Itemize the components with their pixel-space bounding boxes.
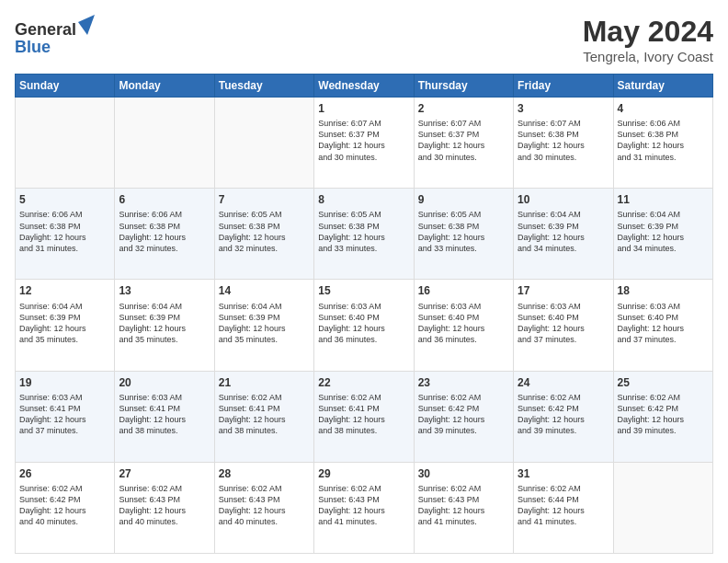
calendar-cell: 15Sunrise: 6:03 AM Sunset: 6:40 PM Dayli… (314, 280, 414, 371)
day-number: 1 (318, 101, 409, 116)
logo: General Blue (15, 15, 95, 57)
calendar-cell: 1Sunrise: 6:07 AM Sunset: 6:37 PM Daylig… (314, 98, 414, 189)
weekday-header-friday: Friday (514, 75, 613, 98)
day-info: Sunrise: 6:06 AM Sunset: 6:38 PM Dayligh… (618, 118, 709, 163)
day-number: 14 (219, 283, 310, 298)
day-info: Sunrise: 6:04 AM Sunset: 6:39 PM Dayligh… (119, 301, 210, 346)
day-info: Sunrise: 6:05 AM Sunset: 6:38 PM Dayligh… (418, 209, 509, 254)
day-number: 25 (618, 375, 709, 390)
weekday-header-tuesday: Tuesday (214, 75, 313, 98)
day-number: 24 (518, 375, 609, 390)
calendar-table: SundayMondayTuesdayWednesdayThursdayFrid… (15, 74, 713, 554)
day-info: Sunrise: 6:02 AM Sunset: 6:42 PM Dayligh… (618, 392, 709, 437)
calendar-cell: 3Sunrise: 6:07 AM Sunset: 6:38 PM Daylig… (514, 98, 613, 189)
calendar-cell: 31Sunrise: 6:02 AM Sunset: 6:44 PM Dayli… (514, 462, 613, 553)
day-number: 12 (19, 283, 110, 298)
day-info: Sunrise: 6:04 AM Sunset: 6:39 PM Dayligh… (19, 301, 110, 346)
weekday-header-row: SundayMondayTuesdayWednesdayThursdayFrid… (16, 75, 713, 98)
calendar-cell: 14Sunrise: 6:04 AM Sunset: 6:39 PM Dayli… (214, 280, 313, 371)
header: General Blue May 2024 Tengrela, Ivory Co… (15, 15, 713, 64)
logo-text: General Blue (15, 15, 95, 57)
week-row-2: 5Sunrise: 6:06 AM Sunset: 6:38 PM Daylig… (16, 189, 713, 280)
calendar-cell (16, 98, 115, 189)
day-number: 6 (119, 192, 210, 207)
calendar-cell: 19Sunrise: 6:03 AM Sunset: 6:41 PM Dayli… (16, 371, 115, 462)
week-row-1: 1Sunrise: 6:07 AM Sunset: 6:37 PM Daylig… (16, 98, 713, 189)
calendar-cell: 21Sunrise: 6:02 AM Sunset: 6:41 PM Dayli… (214, 371, 313, 462)
day-number: 17 (518, 283, 609, 298)
day-info: Sunrise: 6:05 AM Sunset: 6:38 PM Dayligh… (219, 209, 310, 254)
weekday-header-monday: Monday (115, 75, 214, 98)
title-block: May 2024 Tengrela, Ivory Coast (583, 15, 713, 64)
day-number: 26 (19, 466, 110, 481)
day-number: 16 (418, 283, 509, 298)
logo-bird-icon (78, 15, 95, 35)
calendar-cell: 29Sunrise: 6:02 AM Sunset: 6:43 PM Dayli… (314, 462, 414, 553)
day-number: 7 (219, 192, 310, 207)
day-number: 22 (318, 375, 409, 390)
day-number: 13 (119, 283, 210, 298)
weekday-header-saturday: Saturday (613, 75, 712, 98)
calendar-cell: 18Sunrise: 6:03 AM Sunset: 6:40 PM Dayli… (613, 280, 712, 371)
day-info: Sunrise: 6:03 AM Sunset: 6:40 PM Dayligh… (618, 301, 709, 346)
calendar-cell: 7Sunrise: 6:05 AM Sunset: 6:38 PM Daylig… (214, 189, 313, 280)
weekday-header-wednesday: Wednesday (314, 75, 414, 98)
day-info: Sunrise: 6:03 AM Sunset: 6:40 PM Dayligh… (518, 301, 609, 346)
day-number: 10 (518, 192, 609, 207)
day-number: 5 (19, 192, 110, 207)
day-info: Sunrise: 6:03 AM Sunset: 6:41 PM Dayligh… (19, 392, 110, 437)
calendar-cell: 5Sunrise: 6:06 AM Sunset: 6:38 PM Daylig… (16, 189, 115, 280)
day-number: 8 (318, 192, 409, 207)
logo-general: General (15, 20, 76, 39)
calendar-cell: 28Sunrise: 6:02 AM Sunset: 6:43 PM Dayli… (214, 462, 313, 553)
day-info: Sunrise: 6:03 AM Sunset: 6:40 PM Dayligh… (318, 301, 409, 346)
day-number: 20 (119, 375, 210, 390)
calendar-cell: 17Sunrise: 6:03 AM Sunset: 6:40 PM Dayli… (514, 280, 613, 371)
calendar-cell: 24Sunrise: 6:02 AM Sunset: 6:42 PM Dayli… (514, 371, 613, 462)
calendar-cell (613, 462, 712, 553)
day-info: Sunrise: 6:02 AM Sunset: 6:41 PM Dayligh… (219, 392, 310, 437)
day-info: Sunrise: 6:02 AM Sunset: 6:43 PM Dayligh… (219, 483, 310, 528)
weekday-header-sunday: Sunday (16, 75, 115, 98)
svg-marker-0 (78, 15, 95, 35)
day-number: 9 (418, 192, 509, 207)
day-info: Sunrise: 6:04 AM Sunset: 6:39 PM Dayligh… (219, 301, 310, 346)
day-info: Sunrise: 6:02 AM Sunset: 6:44 PM Dayligh… (518, 483, 609, 528)
day-info: Sunrise: 6:02 AM Sunset: 6:43 PM Dayligh… (119, 483, 210, 528)
calendar-cell: 13Sunrise: 6:04 AM Sunset: 6:39 PM Dayli… (115, 280, 214, 371)
day-number: 28 (219, 466, 310, 481)
day-info: Sunrise: 6:07 AM Sunset: 6:38 PM Dayligh… (518, 118, 609, 163)
calendar-cell: 22Sunrise: 6:02 AM Sunset: 6:41 PM Dayli… (314, 371, 414, 462)
calendar-cell: 11Sunrise: 6:04 AM Sunset: 6:39 PM Dayli… (613, 189, 712, 280)
day-info: Sunrise: 6:05 AM Sunset: 6:38 PM Dayligh… (318, 209, 409, 254)
day-number: 23 (418, 375, 509, 390)
day-info: Sunrise: 6:02 AM Sunset: 6:43 PM Dayligh… (318, 483, 409, 528)
day-number: 27 (119, 466, 210, 481)
location: Tengrela, Ivory Coast (583, 49, 713, 64)
day-number: 18 (618, 283, 709, 298)
day-number: 15 (318, 283, 409, 298)
weekday-header-thursday: Thursday (414, 75, 513, 98)
week-row-4: 19Sunrise: 6:03 AM Sunset: 6:41 PM Dayli… (16, 371, 713, 462)
calendar-cell: 23Sunrise: 6:02 AM Sunset: 6:42 PM Dayli… (414, 371, 513, 462)
day-info: Sunrise: 6:04 AM Sunset: 6:39 PM Dayligh… (618, 209, 709, 254)
day-number: 4 (618, 101, 709, 116)
day-info: Sunrise: 6:02 AM Sunset: 6:42 PM Dayligh… (518, 392, 609, 437)
calendar-cell: 4Sunrise: 6:06 AM Sunset: 6:38 PM Daylig… (613, 98, 712, 189)
day-info: Sunrise: 6:04 AM Sunset: 6:39 PM Dayligh… (518, 209, 609, 254)
day-number: 21 (219, 375, 310, 390)
calendar-cell (214, 98, 313, 189)
day-info: Sunrise: 6:03 AM Sunset: 6:40 PM Dayligh… (418, 301, 509, 346)
month-year: May 2024 (583, 15, 713, 49)
day-info: Sunrise: 6:06 AM Sunset: 6:38 PM Dayligh… (19, 209, 110, 254)
day-info: Sunrise: 6:07 AM Sunset: 6:37 PM Dayligh… (418, 118, 509, 163)
day-number: 30 (418, 466, 509, 481)
day-info: Sunrise: 6:02 AM Sunset: 6:42 PM Dayligh… (19, 483, 110, 528)
day-info: Sunrise: 6:07 AM Sunset: 6:37 PM Dayligh… (318, 118, 409, 163)
calendar-cell: 30Sunrise: 6:02 AM Sunset: 6:43 PM Dayli… (414, 462, 513, 553)
day-number: 19 (19, 375, 110, 390)
calendar-cell (115, 98, 214, 189)
calendar-cell: 6Sunrise: 6:06 AM Sunset: 6:38 PM Daylig… (115, 189, 214, 280)
day-info: Sunrise: 6:02 AM Sunset: 6:41 PM Dayligh… (318, 392, 409, 437)
day-info: Sunrise: 6:02 AM Sunset: 6:42 PM Dayligh… (418, 392, 509, 437)
